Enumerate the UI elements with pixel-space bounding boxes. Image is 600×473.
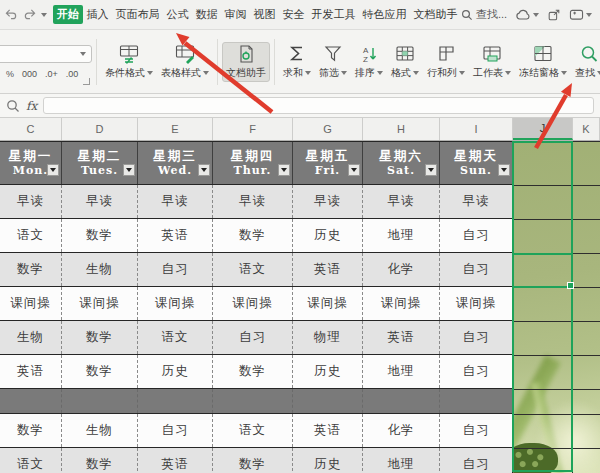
table-cell[interactable]: 数学 bbox=[213, 355, 293, 388]
table-cell[interactable]: 课间操 bbox=[0, 287, 62, 320]
day-header-monday[interactable]: 星期一 Mon. bbox=[0, 142, 62, 184]
filter-dropdown-icon[interactable] bbox=[278, 164, 290, 176]
table-cell[interactable]: 英语 bbox=[363, 321, 440, 354]
redo-icon[interactable] bbox=[23, 9, 36, 21]
rows-columns-button[interactable]: 行和列 bbox=[423, 42, 469, 82]
tab-home[interactable]: 开始 bbox=[53, 5, 83, 24]
table-cell[interactable]: 课间操 bbox=[62, 287, 138, 320]
table-cell[interactable]: 语文 bbox=[138, 321, 213, 354]
table-cell[interactable] bbox=[62, 389, 138, 413]
table-style-button[interactable]: 表格样式 bbox=[157, 42, 213, 82]
table-cell[interactable]: 英语 bbox=[0, 355, 62, 388]
table-cell[interactable]: 历史 bbox=[293, 448, 363, 473]
switch-window-icon[interactable] bbox=[569, 8, 592, 21]
tab-formulas[interactable]: 公式 bbox=[163, 4, 192, 25]
table-cell[interactable]: 生物 bbox=[62, 414, 138, 447]
table-cell[interactable]: 历史 bbox=[293, 219, 363, 252]
table-cell[interactable]: 化学 bbox=[363, 414, 440, 447]
number-format-dropdown[interactable]: 规 bbox=[0, 45, 92, 63]
table-cell[interactable]: 数学 bbox=[213, 219, 293, 252]
table-cell[interactable] bbox=[138, 389, 213, 413]
table-cell[interactable] bbox=[0, 389, 62, 413]
column-header-g[interactable]: G bbox=[293, 118, 363, 140]
worksheet-button[interactable]: 工作表 bbox=[469, 42, 515, 82]
table-cell[interactable]: 数学 bbox=[62, 448, 138, 473]
share-icon[interactable] bbox=[547, 8, 561, 22]
table-cell[interactable]: 自习 bbox=[440, 219, 513, 252]
increase-decimal-icon[interactable]: .0+ bbox=[45, 69, 58, 79]
comma-style-icon[interactable]: 000 bbox=[22, 69, 37, 79]
table-cell[interactable]: 课间操 bbox=[138, 287, 213, 320]
day-header-sunday[interactable]: 星期天 Sun. bbox=[440, 142, 513, 184]
cloud-sync-icon[interactable] bbox=[515, 8, 539, 21]
day-header-friday[interactable]: 星期五 Fri. bbox=[293, 142, 363, 184]
name-box-icon[interactable] bbox=[6, 99, 20, 113]
table-cell[interactable]: 物理 bbox=[293, 321, 363, 354]
column-header-c[interactable]: C bbox=[0, 118, 62, 140]
table-cell[interactable]: 英语 bbox=[293, 414, 363, 447]
filter-dropdown-icon[interactable] bbox=[47, 164, 59, 176]
freeze-panes-button[interactable]: 冻结窗格 bbox=[515, 42, 571, 82]
find-button[interactable]: 查找 bbox=[571, 42, 600, 82]
table-cell[interactable]: 地理 bbox=[363, 355, 440, 388]
table-cell[interactable] bbox=[363, 389, 440, 413]
table-cell[interactable]: 化学 bbox=[363, 253, 440, 286]
table-cell[interactable]: 早读 bbox=[293, 185, 363, 218]
column-header-j-selected[interactable]: J bbox=[513, 118, 573, 140]
table-cell[interactable]: 数学 bbox=[62, 355, 138, 388]
table-cell[interactable]: 早读 bbox=[138, 185, 213, 218]
column-header-i[interactable]: I bbox=[440, 118, 513, 140]
table-cell[interactable]: 早读 bbox=[363, 185, 440, 218]
column-header-e[interactable]: E bbox=[138, 118, 213, 140]
day-header-saturday[interactable]: 星期六 Sat. bbox=[363, 142, 440, 184]
tab-view[interactable]: 视图 bbox=[250, 4, 279, 25]
undo-dropdown-icon[interactable] bbox=[41, 13, 47, 17]
sum-button[interactable]: 求和 bbox=[279, 42, 315, 82]
decrease-decimal-icon[interactable]: .00 bbox=[66, 69, 79, 79]
table-cell[interactable]: 自习 bbox=[138, 253, 213, 286]
dialog-launcher-icon[interactable] bbox=[83, 78, 90, 85]
table-cell[interactable]: 自习 bbox=[440, 414, 513, 447]
filter-button[interactable]: 筛选 bbox=[315, 42, 351, 82]
conditional-format-button[interactable]: 条件格式 bbox=[101, 42, 157, 82]
table-cell[interactable]: 英语 bbox=[293, 253, 363, 286]
sort-button[interactable]: AZ 排序 bbox=[351, 42, 387, 82]
column-header-h[interactable]: H bbox=[363, 118, 440, 140]
table-cell[interactable]: 地理 bbox=[363, 219, 440, 252]
filter-dropdown-icon[interactable] bbox=[348, 164, 360, 176]
tab-insert[interactable]: 插入 bbox=[83, 4, 112, 25]
tab-review[interactable]: 审阅 bbox=[221, 4, 250, 25]
table-cell[interactable]: 数学 bbox=[0, 414, 62, 447]
filter-dropdown-icon[interactable] bbox=[425, 164, 437, 176]
table-cell[interactable]: 历史 bbox=[138, 355, 213, 388]
document-assistant-button[interactable]: 文档助手 bbox=[222, 42, 270, 82]
table-cell[interactable]: 自习 bbox=[138, 414, 213, 447]
table-cell[interactable]: 数学 bbox=[62, 321, 138, 354]
table-cell[interactable]: 英语 bbox=[138, 448, 213, 473]
table-cell[interactable]: 早读 bbox=[213, 185, 293, 218]
table-cell[interactable]: 早读 bbox=[440, 185, 513, 218]
menu-search[interactable]: 查找... bbox=[461, 7, 507, 22]
formula-input[interactable] bbox=[43, 97, 594, 114]
table-cell[interactable]: 课间操 bbox=[293, 287, 363, 320]
table-cell[interactable]: 数学 bbox=[213, 448, 293, 473]
table-cell[interactable]: 早读 bbox=[0, 185, 62, 218]
table-cell[interactable] bbox=[293, 389, 363, 413]
table-cell[interactable]: 课间操 bbox=[213, 287, 293, 320]
percent-style-icon[interactable]: % bbox=[6, 69, 14, 79]
table-cell[interactable]: 英语 bbox=[138, 219, 213, 252]
table-cell[interactable]: 数学 bbox=[62, 219, 138, 252]
table-cell[interactable]: 语文 bbox=[213, 253, 293, 286]
tab-developer-tools[interactable]: 开发工具 bbox=[308, 4, 359, 25]
column-header-d[interactable]: D bbox=[62, 118, 138, 140]
table-cell[interactable]: 自习 bbox=[440, 355, 513, 388]
table-cell[interactable]: 自习 bbox=[440, 253, 513, 286]
tab-document-assistant[interactable]: 文档助手 bbox=[410, 4, 461, 25]
table-cell[interactable]: 地理 bbox=[363, 448, 440, 473]
format-button[interactable]: 格式 bbox=[387, 42, 423, 82]
tab-special-features[interactable]: 特色应用 bbox=[359, 4, 410, 25]
column-header-k[interactable]: K bbox=[573, 118, 600, 140]
tab-security[interactable]: 安全 bbox=[279, 4, 308, 25]
table-cell[interactable]: 自习 bbox=[440, 321, 513, 354]
table-cell[interactable]: 课间操 bbox=[440, 287, 513, 320]
